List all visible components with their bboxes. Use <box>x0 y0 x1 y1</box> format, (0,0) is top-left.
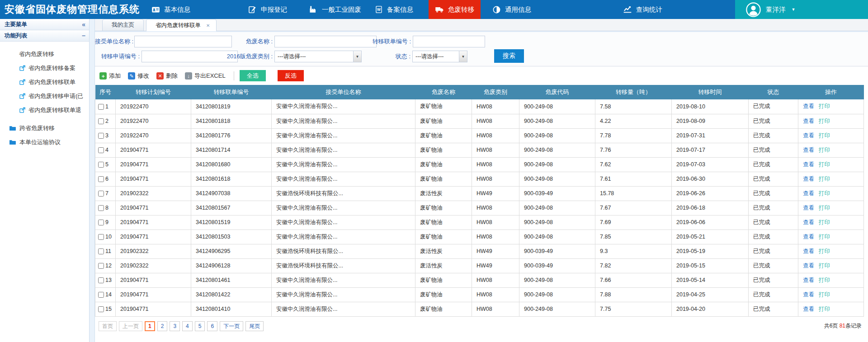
prev-page-button[interactable]: 上一页 <box>119 321 142 331</box>
view-link[interactable]: 查看 <box>803 234 814 240</box>
row-checkbox[interactable] <box>98 263 104 269</box>
print-link[interactable]: 打印 <box>819 262 830 269</box>
row-checkbox[interactable] <box>98 133 104 139</box>
user-menu[interactable]: 董洋洋 ▼ <box>735 0 868 19</box>
sidebar-group-province-transfer[interactable]: 省内危废转移 <box>0 47 89 61</box>
page-button-3[interactable]: 3 <box>170 321 180 331</box>
sidebar-item-manifest-return[interactable]: 省内危废转移联单退 <box>0 103 89 117</box>
view-link[interactable]: 查看 <box>803 147 814 153</box>
nav-item-declaration[interactable]: 申报登记 <box>242 0 293 19</box>
row-checkbox[interactable] <box>98 104 104 110</box>
nav-item-record-info[interactable]: W 备案信息 <box>368 0 420 19</box>
cell-receiver: 安徽中久润滑油有限公... <box>272 302 415 316</box>
table-row: 2 201922470 34120801818 安徽中久润滑油有限公... 废矿… <box>95 114 864 128</box>
view-link[interactable]: 查看 <box>803 103 814 109</box>
view-link[interactable]: 查看 <box>803 132 814 139</box>
print-link[interactable]: 打印 <box>819 176 830 182</box>
row-checkbox[interactable] <box>98 191 104 197</box>
print-link[interactable]: 打印 <box>819 118 830 124</box>
row-checkbox[interactable] <box>98 162 104 168</box>
row-checkbox[interactable] <box>98 147 104 153</box>
search-button[interactable]: 搜索 <box>494 49 524 63</box>
col-header-waste-name: 危废名称 <box>415 85 472 99</box>
view-link[interactable]: 查看 <box>803 176 814 182</box>
table-row: 6 201904771 34120801618 安徽中久润滑油有限公... 废矿… <box>95 172 864 186</box>
print-link[interactable]: 打印 <box>819 234 830 240</box>
sidebar-item-transfer-apply[interactable]: 省内危废转移申请(已 <box>0 89 89 103</box>
delete-button[interactable]: ✕删除 <box>156 72 178 80</box>
print-link[interactable]: 打印 <box>819 132 830 139</box>
print-link[interactable]: 打印 <box>819 306 830 312</box>
status-select[interactable]: ---请选择--- ▼ <box>412 51 467 62</box>
cell-waste-code: 900-249-08 <box>519 172 595 186</box>
nav-item-basic-info[interactable]: 基本信息 <box>145 0 197 19</box>
export-excel-button[interactable]: ↓导出EXCEL <box>185 72 226 80</box>
first-page-button[interactable]: 首页 <box>99 321 117 331</box>
page-button-2[interactable]: 2 <box>157 321 168 331</box>
page-button-1[interactable]: 1 <box>145 321 155 331</box>
print-link[interactable]: 打印 <box>819 277 830 283</box>
print-link[interactable]: 打印 <box>819 291 830 298</box>
add-button[interactable]: ＋添加 <box>99 72 121 80</box>
sidebar-item-interprovince-transfer[interactable]: 跨省危废转移 <box>0 121 89 135</box>
tab-province-transfer-manifest[interactable]: 省内危废转移联单 <box>146 19 217 31</box>
cell-manifest-no: 34120801714 <box>191 143 272 157</box>
edit-button[interactable]: ✎修改 <box>128 72 149 80</box>
nav-item-query-statistics[interactable]: 查询统计 <box>617 0 669 19</box>
cell-receiver: 安徽中久润滑油有限公... <box>272 157 415 172</box>
page-button-5[interactable]: 5 <box>195 321 205 331</box>
external-link-icon <box>19 65 25 71</box>
view-link[interactable]: 查看 <box>803 219 814 225</box>
view-link[interactable]: 查看 <box>803 161 814 168</box>
row-checkbox[interactable] <box>98 292 104 298</box>
nav-item-industrial-solid-waste[interactable]: 一般工业固废 <box>302 0 368 19</box>
view-link[interactable]: 查看 <box>803 190 814 197</box>
minimize-icon[interactable]: − <box>82 33 85 39</box>
category-2016-select[interactable]: ---请选择--- ▼ <box>274 51 362 62</box>
view-link[interactable]: 查看 <box>803 248 814 254</box>
view-link[interactable]: 查看 <box>803 262 814 269</box>
last-page-button[interactable]: 尾页 <box>245 321 264 331</box>
collapse-icon[interactable]: « <box>82 21 85 28</box>
sidebar-splitter[interactable] <box>90 19 95 342</box>
row-checkbox[interactable] <box>98 306 104 312</box>
print-link[interactable]: 打印 <box>819 147 830 153</box>
sidebar-item-transport-agreement[interactable]: 本单位运输协议 <box>0 135 89 149</box>
view-link[interactable]: 查看 <box>803 118 814 124</box>
sidebar-item-transfer-record[interactable]: 省内危废转移备案 <box>0 61 89 75</box>
row-checkbox[interactable] <box>98 220 104 225</box>
print-link[interactable]: 打印 <box>819 219 830 225</box>
print-link[interactable]: 打印 <box>819 190 830 197</box>
row-checkbox[interactable] <box>98 234 104 240</box>
row-checkbox[interactable] <box>98 205 104 211</box>
page-button-4[interactable]: 4 <box>182 321 193 331</box>
print-link[interactable]: 打印 <box>819 205 830 211</box>
top-navigation: 基本信息 申报登记 一般工业固废 W 备案信息 危废转移 通用信息 <box>140 0 669 19</box>
view-link[interactable]: 查看 <box>803 205 814 211</box>
nav-item-hazwaste-transfer[interactable]: 危废转移 <box>429 0 481 19</box>
select-all-button[interactable]: 全选 <box>240 70 266 81</box>
row-checkbox[interactable] <box>98 248 104 254</box>
row-checkbox[interactable] <box>98 118 104 124</box>
row-index: 9 <box>105 219 108 225</box>
print-link[interactable]: 打印 <box>819 103 830 109</box>
page-button-6[interactable]: 6 <box>207 321 217 331</box>
invert-selection-button[interactable]: 反选 <box>278 70 304 81</box>
print-link[interactable]: 打印 <box>819 248 830 254</box>
print-link[interactable]: 打印 <box>819 161 830 168</box>
sidebar-item-transfer-manifest[interactable]: 省内危废转移联单 <box>0 75 89 89</box>
view-link[interactable]: 查看 <box>803 277 814 283</box>
cell-manifest-no: 34120801461 <box>191 273 272 287</box>
row-checkbox[interactable] <box>98 277 104 283</box>
view-link[interactable]: 查看 <box>803 306 814 312</box>
close-icon[interactable] <box>206 23 210 28</box>
view-link[interactable]: 查看 <box>803 291 814 298</box>
row-checkbox[interactable] <box>98 176 104 182</box>
receiver-name-input[interactable] <box>134 36 232 47</box>
tab-my-home[interactable]: 我的主页 <box>102 19 144 31</box>
nav-item-general-info[interactable]: 通用信息 <box>486 0 538 19</box>
manifest-no-input[interactable] <box>413 36 485 47</box>
next-page-button[interactable]: 下一页 <box>220 321 243 331</box>
category-2016-label: 2016版危废类别 : <box>203 51 273 62</box>
search-panel: 接受单位名称 : 危废名称 : 转移联单编号 : 转移申请编号 : 2016版危… <box>95 31 868 66</box>
